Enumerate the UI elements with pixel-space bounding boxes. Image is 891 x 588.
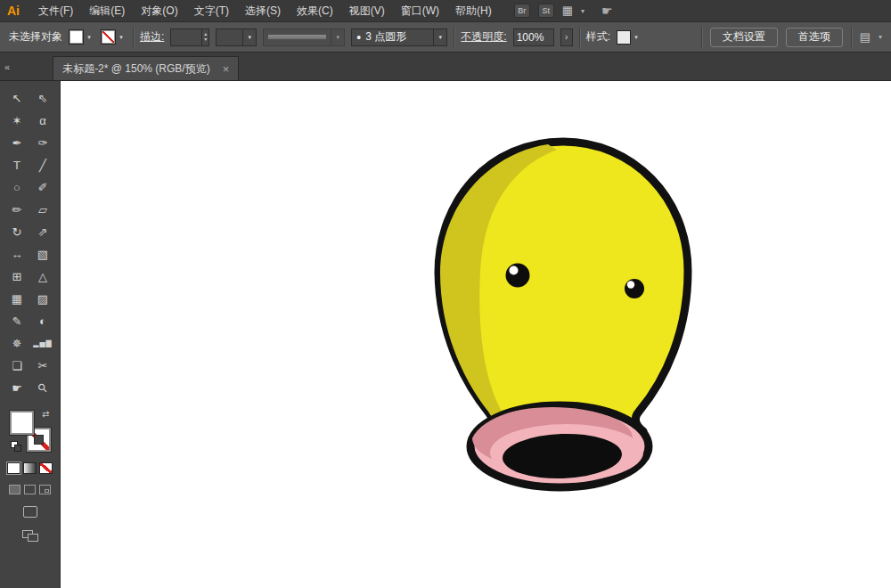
eyedropper-tool-icon: ✎: [12, 314, 22, 328]
rotate-tool[interactable]: ↻: [4, 221, 30, 243]
none-button[interactable]: [39, 462, 53, 474]
fill-swatch[interactable]: [69, 29, 84, 45]
left-eye[interactable]: [506, 264, 530, 288]
artboard-tool[interactable]: ❏: [4, 355, 30, 377]
opacity-input[interactable]: [513, 29, 554, 46]
stroke-color-control[interactable]: ▾: [101, 29, 127, 45]
style-dropdown[interactable]: ▾: [617, 29, 642, 45]
artboard-tool-icon: ❏: [12, 359, 22, 372]
ellipse-tool[interactable]: ○: [4, 176, 30, 199]
menu-effect[interactable]: 效果(C): [289, 0, 341, 21]
workspace-grid-icon[interactable]: ▦: [562, 0, 573, 21]
draw-behind-mode-icon[interactable]: [24, 485, 36, 494]
menubar-right-icons: Br St ▦ ▾ ☛: [514, 0, 613, 21]
left-eye-highlight[interactable]: [510, 266, 519, 275]
color-button[interactable]: [7, 462, 20, 474]
width-tool[interactable]: ↔: [4, 243, 30, 265]
controlbar-right-group: 文档设置 首选项 ▤ ▾: [701, 27, 882, 48]
paintbrush-tool[interactable]: ✐: [30, 176, 56, 199]
bridge-badge[interactable]: Br: [514, 4, 530, 18]
style-chevron-icon[interactable]: ▾: [631, 29, 642, 45]
stroke-weight-combo-arrow[interactable]: ▾: [242, 29, 256, 45]
perspective-grid-tool-icon: △: [38, 270, 47, 283]
magic-wand-tool[interactable]: ✶: [4, 110, 30, 132]
opacity-value[interactable]: [514, 31, 553, 44]
menu-type[interactable]: 文字(T): [186, 0, 237, 21]
tools-panel: ↖ ⇖ ✶ α ✒ ✑ T ╱ ○ ✐ ✏ ▱ ↻ ⇗ ↔ ▧ ⊞ △ ▦ ▨ …: [0, 81, 61, 588]
gradient-tool[interactable]: ▨: [30, 288, 56, 310]
touch-workspace-icon[interactable]: ☛: [601, 4, 613, 18]
eyedropper-tool[interactable]: ✎: [4, 310, 30, 332]
stroke-weight-input[interactable]: ▴▾: [170, 29, 209, 46]
brush-combo-arrow[interactable]: ▾: [433, 29, 446, 45]
default-fill-stroke-icon[interactable]: [11, 441, 21, 452]
menu-select[interactable]: 选择(S): [237, 0, 289, 21]
selection-tool[interactable]: ↖: [4, 87, 30, 110]
right-eye[interactable]: [625, 279, 644, 298]
gradient-button[interactable]: [23, 462, 37, 474]
stroke-weight-combo[interactable]: ▾: [216, 29, 257, 46]
stroke-none-swatch[interactable]: [101, 29, 116, 45]
stroke-weight-spinner[interactable]: ▴▾: [201, 29, 208, 45]
magic-wand-tool-icon: ✶: [12, 114, 22, 127]
illustrator-logo[interactable]: Ai: [0, 4, 30, 18]
workspace-chevron-icon[interactable]: ▾: [581, 7, 584, 15]
opacity-label[interactable]: 不透明度:: [461, 29, 506, 45]
menu-window[interactable]: 窗口(W): [393, 0, 447, 21]
curvature-tool[interactable]: ✑: [30, 132, 56, 154]
type-tool-icon: T: [13, 159, 20, 172]
draw-inside-mode-icon[interactable]: [39, 485, 51, 494]
drawing-mode-buttons: [9, 485, 51, 494]
menu-object[interactable]: 对象(O): [133, 0, 185, 21]
right-eye-highlight[interactable]: [627, 281, 634, 288]
selection-status-label: 未选择对象: [9, 29, 62, 45]
tools-collapse-icon[interactable]: «: [0, 61, 13, 80]
free-transform-tool[interactable]: ▧: [30, 243, 56, 265]
panel-menu-icon[interactable]: ▤: [860, 27, 871, 48]
line-segment-tool[interactable]: ╱: [30, 154, 56, 176]
lasso-tool[interactable]: α: [30, 110, 56, 132]
pencil-tool[interactable]: ✏: [4, 199, 30, 221]
pen-tool[interactable]: ✒: [4, 132, 30, 154]
direct-selection-tool[interactable]: ⇖: [30, 87, 56, 110]
document-tab[interactable]: 未标题-2* @ 150% (RGB/预览) ×: [53, 56, 239, 80]
menu-view[interactable]: 视图(V): [341, 0, 393, 21]
eraser-tool[interactable]: ▱: [30, 199, 56, 221]
brush-definition-dropdown[interactable]: • 3 点圆形 ▾: [351, 29, 447, 46]
preferences-button[interactable]: 首选项: [786, 28, 843, 47]
document-setup-button[interactable]: 文档设置: [710, 28, 778, 47]
tools-grid: ↖ ⇖ ✶ α ✒ ✑ T ╱ ○ ✐ ✏ ▱ ↻ ⇗ ↔ ▧ ⊞ △ ▦ ▨ …: [4, 87, 56, 399]
line-segment-tool-icon: ╱: [39, 159, 46, 172]
style-swatch[interactable]: [617, 30, 631, 45]
shape-builder-tool[interactable]: ⊞: [4, 265, 30, 288]
hand-tool[interactable]: ☛: [4, 377, 30, 399]
mesh-tool[interactable]: ▦: [4, 288, 30, 310]
perspective-grid-tool[interactable]: △: [30, 265, 56, 288]
column-graph-tool[interactable]: ▂▅▇: [30, 332, 56, 355]
stock-badge[interactable]: St: [538, 4, 554, 18]
stroke-weight-value[interactable]: [171, 31, 201, 44]
fill-indicator-white[interactable]: [10, 411, 34, 435]
symbol-sprayer-tool[interactable]: ✵: [4, 332, 30, 355]
swap-fill-stroke-icon[interactable]: ⇄: [42, 409, 49, 419]
tab-close-icon[interactable]: ×: [223, 62, 230, 76]
blend-tool[interactable]: ◐: [30, 310, 56, 332]
draw-normal-mode-icon[interactable]: [9, 485, 20, 494]
menu-file[interactable]: 文件(F): [30, 0, 81, 21]
stroke-chevron-icon[interactable]: ▾: [116, 29, 127, 45]
slice-tool[interactable]: ✂: [30, 355, 56, 377]
fill-color-control[interactable]: ▾: [69, 29, 94, 45]
panel-menu-chevron-icon[interactable]: ▾: [879, 33, 882, 41]
screen-mode-button[interactable]: [23, 506, 37, 518]
menu-help[interactable]: 帮助(H): [447, 0, 500, 21]
gradient-tool-icon: ▨: [37, 292, 48, 306]
fill-chevron-icon[interactable]: ▾: [84, 29, 94, 45]
change-screen-mode-icon[interactable]: [22, 530, 38, 542]
scale-tool[interactable]: ⇗: [30, 221, 56, 243]
artboard-canvas[interactable]: [61, 81, 891, 588]
stroke-weight-label[interactable]: 描边:: [140, 29, 164, 45]
menu-edit[interactable]: 编辑(E): [81, 0, 133, 21]
type-tool[interactable]: T: [4, 154, 30, 176]
opacity-expand-arrow[interactable]: ›: [560, 29, 573, 46]
zoom-tool[interactable]: ⚲: [30, 377, 56, 399]
